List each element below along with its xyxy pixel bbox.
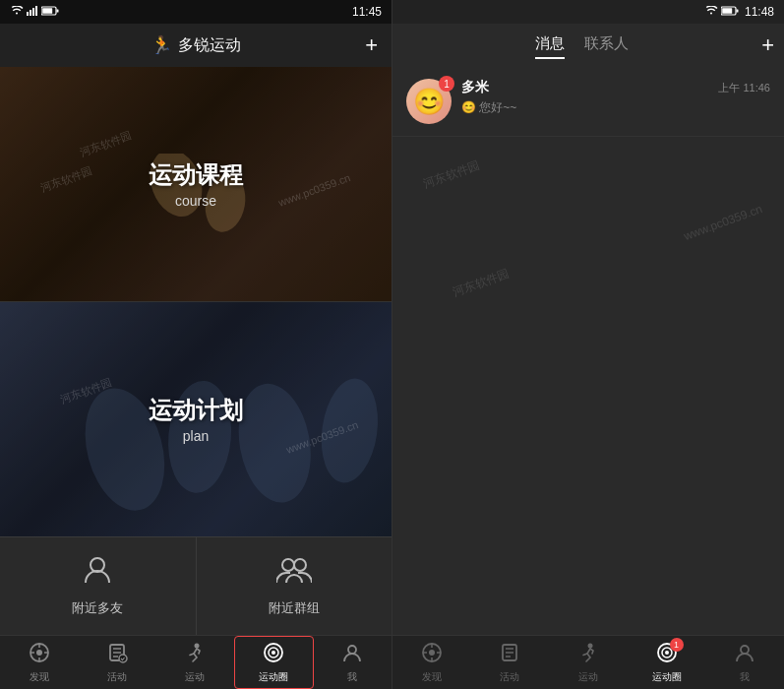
nav-activity[interactable]: 活动 — [78, 636, 155, 689]
msg-content-domi: 多米 上午 11:46 😊 您好~~ — [461, 79, 770, 116]
right-watermark-1: 河东软件园 — [421, 157, 482, 192]
right-empty-area: 河东软件园 www.pc0359.cn 河东软件园 — [392, 137, 784, 334]
svg-point-35 — [665, 651, 669, 655]
svg-rect-27 — [736, 10, 738, 13]
left-header: 🏃 多锐运动 + — [0, 24, 392, 67]
nav-sport[interactable]: 运动 — [155, 636, 233, 689]
battery-icon — [41, 5, 59, 19]
discover-icon — [29, 642, 50, 668]
plan-main-label: 运动计划 — [149, 395, 243, 426]
right-empty-space — [392, 351, 784, 636]
nav-me[interactable]: 我 — [314, 636, 392, 689]
svg-rect-6 — [42, 8, 52, 14]
right-circle-icon: 1 — [656, 642, 678, 668]
avatar-emoji: 😊 — [413, 87, 445, 117]
app-title: 多锐运动 — [178, 35, 241, 56]
plan-text: 运动计划 plan — [149, 395, 243, 444]
activity-icon — [106, 642, 128, 668]
left-add-button[interactable]: + — [365, 32, 378, 58]
nearby-section: 附近多友 附近群组 河东软件园 — [0, 536, 392, 635]
runner-icon: 🏃 — [151, 34, 172, 56]
right-activity-icon — [499, 642, 520, 668]
right-battery-icon — [721, 5, 739, 19]
nav-sport-label: 运动 — [185, 670, 205, 684]
sport-icon — [184, 642, 206, 668]
left-header-title: 🏃 多锐运动 — [151, 34, 241, 56]
right-nav-activity-label: 活动 — [500, 670, 519, 684]
right-discover-icon — [421, 642, 443, 668]
course-main-label: 运动课程 — [149, 159, 243, 191]
right-nav-activity[interactable]: 活动 — [471, 636, 550, 689]
nearby-friends-item[interactable]: 附近多友 — [0, 537, 197, 635]
message-badge-domi: 1 — [439, 76, 454, 92]
svg-point-15 — [282, 559, 294, 571]
right-nav-me[interactable]: 我 — [705, 636, 784, 689]
right-tabs: 消息 联系人 — [402, 34, 761, 57]
svg-point-32 — [587, 643, 592, 648]
right-nav-discover-label: 发现 — [422, 670, 442, 684]
svg-rect-28 — [722, 8, 732, 14]
nav-circle-label: 运动圈 — [259, 670, 288, 684]
course-text: 运动课程 course — [149, 159, 243, 209]
right-nav-sport[interactable]: 运动 — [549, 636, 628, 689]
svg-point-14 — [90, 558, 104, 572]
me-icon — [341, 642, 363, 668]
avatar-wrap-domi: 😊 1 — [406, 79, 452, 124]
svg-point-30 — [429, 650, 435, 656]
right-add-button[interactable]: + — [761, 32, 774, 58]
right-nav-circle[interactable]: 1 运动圈 — [628, 636, 706, 689]
nav-activity-label: 活动 — [107, 670, 127, 684]
signal-icon — [27, 5, 38, 19]
tab-contacts[interactable]: 联系人 — [584, 34, 629, 57]
svg-rect-5 — [57, 10, 59, 13]
plan-section[interactable]: 运动计划 plan 河东软件园 www.pc0359.cn — [0, 301, 392, 536]
svg-rect-0 — [27, 12, 29, 16]
message-item-domi[interactable]: 😊 1 多米 上午 11:46 😊 您好~~ — [392, 67, 784, 137]
right-status-icons: 11:48 — [704, 5, 774, 19]
svg-rect-1 — [30, 10, 31, 16]
plan-sub-label: plan — [149, 428, 243, 444]
nearby-groups-item[interactable]: 附近群组 — [197, 537, 392, 635]
svg-point-11 — [230, 378, 320, 508]
right-nav-sport-label: 运动 — [578, 670, 598, 684]
nav-circle[interactable]: 运动圈 — [234, 636, 314, 689]
svg-rect-3 — [35, 6, 37, 16]
right-wifi-icon — [704, 5, 718, 19]
nearby-groups-icon — [276, 555, 312, 594]
message-list: 😊 1 多米 上午 11:46 😊 您好~~ 河东软件园 www.pc0359.… — [392, 67, 784, 351]
right-nav-discover[interactable]: 发现 — [392, 636, 471, 689]
right-status-bar: 11:48 — [392, 0, 784, 24]
left-bottom-nav: 发现 活动 运动 运动圈 — [0, 635, 392, 689]
msg-time-domi: 上午 11:46 — [718, 81, 770, 95]
svg-point-21 — [195, 643, 200, 648]
nav-discover-label: 发现 — [30, 670, 49, 684]
msg-name-domi: 多米 — [461, 79, 489, 96]
right-tabs-bar: 消息 联系人 + — [392, 24, 784, 67]
svg-point-25 — [348, 646, 356, 654]
nearby-friends-icon — [82, 555, 113, 594]
left-phone: 11:45 🏃 多锐运动 + 运动课程 course 河东软件园 www.pc0… — [0, 0, 392, 689]
right-phone: 11:48 消息 联系人 + 😊 1 多米 上午 — [392, 0, 784, 689]
wifi-icon — [10, 5, 24, 19]
nav-discover[interactable]: 发现 — [0, 636, 78, 689]
course-sub-label: course — [149, 193, 243, 209]
svg-point-18 — [36, 650, 42, 656]
circle-icon — [263, 642, 284, 668]
nearby-friends-label: 附近多友 — [72, 599, 123, 617]
svg-point-36 — [741, 646, 749, 654]
right-time: 11:48 — [745, 5, 774, 19]
tab-messages[interactable]: 消息 — [535, 34, 565, 57]
svg-point-12 — [315, 374, 384, 485]
nav-me-label: 我 — [347, 670, 357, 684]
left-status-bar: 11:45 — [0, 0, 392, 24]
right-watermark-2: www.pc0359.cn — [682, 202, 764, 243]
course-section[interactable]: 运动课程 course 河东软件园 www.pc0359.cn — [0, 67, 392, 301]
svg-rect-2 — [32, 8, 34, 16]
right-nav-circle-label: 运动圈 — [652, 670, 682, 684]
circle-nav-badge: 1 — [670, 638, 684, 652]
nearby-groups-label: 附近群组 — [269, 599, 320, 617]
left-time: 11:45 — [352, 5, 382, 19]
msg-top-domi: 多米 上午 11:46 — [461, 79, 770, 96]
msg-preview-domi: 😊 您好~~ — [461, 99, 770, 116]
svg-point-13 — [388, 389, 392, 509]
